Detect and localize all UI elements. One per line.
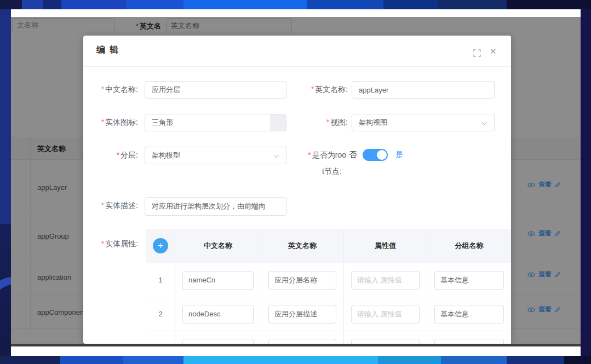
attr-cn-input[interactable] — [182, 305, 254, 323]
attribute-table-header: + 中文名称 英文名称 属性值 分组名称 — [146, 229, 511, 263]
attr-en-input[interactable] — [268, 271, 336, 290]
desktop-left-band — [0, 9, 11, 356]
attr-value-input[interactable] — [351, 339, 420, 344]
maximize-icon[interactable] — [473, 49, 481, 57]
attr-group-input[interactable] — [434, 339, 504, 344]
col-header-group: 分组名称 — [427, 229, 511, 263]
col-header-en: 英文名称 — [261, 229, 344, 263]
attr-en-input[interactable] — [268, 305, 336, 323]
desktop-background: *英文名 英文名称 appLayer appGroup application … — [0, 0, 591, 364]
col-header-value: 属性值 — [344, 229, 427, 263]
attr-group-input[interactable] — [434, 271, 504, 290]
attr-value-input[interactable] — [351, 271, 420, 290]
is-root-label-line2: t节点: — [302, 167, 362, 177]
name-cn-label: *中文名称: — [83, 85, 138, 95]
layer-select[interactable] — [145, 147, 286, 164]
required-marker: * — [117, 151, 119, 159]
name-cn-input[interactable] — [145, 81, 286, 99]
col-header-cn: 中文名称 — [175, 229, 261, 263]
required-marker: * — [326, 118, 329, 126]
toggle-off-label: 否 — [349, 150, 357, 160]
entity-icon-input[interactable] — [145, 114, 286, 131]
is-root-toggle[interactable] — [363, 149, 388, 161]
toggle-knob — [377, 150, 387, 160]
row-index: 1 — [146, 263, 175, 297]
view-label: *视图: — [291, 118, 348, 128]
toggle-on-label: 是 — [395, 150, 403, 160]
required-marker: * — [101, 239, 104, 248]
required-marker: * — [101, 201, 104, 210]
required-marker: * — [101, 118, 104, 126]
add-attribute-button[interactable]: + — [153, 238, 168, 253]
desktop-right-band — [581, 9, 591, 356]
edit-modal: 编 辑 ✕ *中文名称: *英文名称: *实体图标: — [83, 36, 511, 344]
modal-header-divider — [83, 66, 511, 67]
required-marker: * — [311, 85, 314, 94]
modal-title: 编 辑 — [96, 44, 119, 56]
is-root-label-line1: *是否为roo — [287, 151, 346, 160]
window-bottom-edge — [11, 344, 581, 346]
required-marker: * — [101, 85, 104, 94]
icon-picker-button[interactable] — [270, 114, 286, 131]
required-marker: * — [308, 151, 311, 159]
view-select[interactable] — [352, 114, 495, 131]
entity-desc-input[interactable] — [145, 197, 286, 216]
desktop-top-band — [0, 0, 591, 9]
attr-en-input[interactable] — [268, 339, 336, 344]
attr-cn-input[interactable] — [182, 271, 254, 290]
entity-desc-label: *实体描述: — [83, 201, 138, 211]
window-bottom-white-strip — [11, 346, 581, 356]
attribute-table: + 中文名称 英文名称 属性值 分组名称 1 — [146, 229, 511, 344]
row-index: 3 — [146, 331, 175, 344]
name-en-input[interactable] — [352, 81, 495, 99]
window-top-strip — [11, 9, 581, 17]
entity-attrs-label: *实体属性: — [83, 239, 138, 249]
attribute-row: 3 — [146, 331, 511, 344]
background-page: *英文名 英文名称 appLayer appGroup application … — [11, 17, 581, 344]
row-index: 2 — [146, 297, 175, 331]
attr-group-input[interactable] — [434, 305, 504, 323]
attribute-row: 2 — [146, 297, 511, 331]
entity-icon-label: *实体图标: — [83, 118, 138, 128]
attr-cn-input[interactable] — [182, 339, 254, 344]
attribute-row: 1 — [146, 263, 511, 297]
app-window: *英文名 英文名称 appLayer appGroup application … — [11, 9, 581, 346]
name-en-label: *英文名称: — [291, 85, 348, 95]
close-icon[interactable]: ✕ — [490, 47, 497, 56]
desktop-bottom-band — [0, 356, 591, 364]
layer-label: *分层: — [83, 151, 138, 160]
attr-value-input[interactable] — [351, 305, 420, 323]
